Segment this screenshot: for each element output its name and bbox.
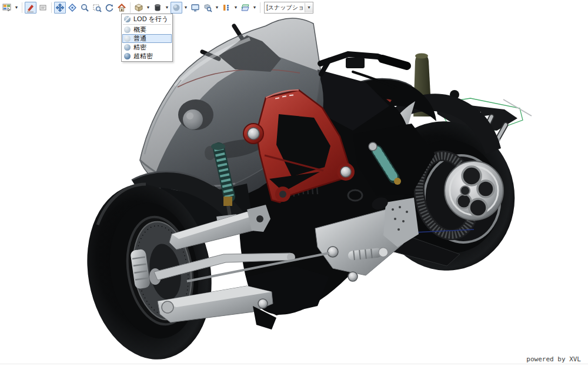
lod-menu-item-label: 普通 (133, 34, 146, 43)
window-bottom-edge (0, 364, 588, 366)
lod-menu-item-label: 超精密 (133, 52, 153, 61)
display-mode-cube-button[interactable] (133, 2, 145, 14)
lod-menu-item-extra-fine[interactable]: 超精密 (122, 52, 172, 61)
sphere-icon (124, 53, 131, 59)
toolbar-separator (130, 2, 131, 13)
rotate-view-button[interactable] (66, 2, 78, 14)
cross-section-cylinder-button[interactable] (152, 2, 163, 14)
display-mode-dropdown[interactable]: ▼ (145, 2, 151, 14)
marker-pen-button[interactable] (25, 2, 36, 14)
snapshot-combobox-value: [スナップショット] (265, 4, 305, 12)
lod-sphere-button[interactable] (171, 2, 182, 14)
home-view-button[interactable] (116, 2, 128, 14)
lod-menu-item-label: 精密 (133, 43, 146, 52)
scene-window-dropdown[interactable]: ▼ (252, 2, 258, 14)
measure-dropdown[interactable]: ▼ (233, 2, 239, 14)
snapshot-combobox-arrow[interactable]: ▼ (305, 3, 313, 12)
zoom-window-button[interactable] (91, 2, 103, 14)
part-search-dropdown[interactable]: ▼ (214, 2, 220, 14)
snapshot-combobox[interactable]: [スナップショット] ▼ (264, 2, 313, 14)
scene-display-button[interactable] (1, 2, 13, 14)
lod-menu-item-rough[interactable]: 概要 (122, 25, 172, 34)
lod-menu-item-label: 概要 (133, 25, 146, 34)
lod-dropdown[interactable]: ▼ (183, 2, 189, 14)
toolbar-separator (22, 2, 22, 13)
part-search-button[interactable] (202, 2, 213, 14)
zoom-button[interactable] (79, 2, 91, 14)
cross-section-dropdown[interactable]: ▼ (164, 2, 170, 14)
note-button[interactable] (37, 2, 49, 14)
spin-orbit-button[interactable] (103, 2, 115, 14)
sphere-icon (124, 35, 131, 42)
main-toolbar: ▼ ▼ ▼ ▼ ▼ ▼ ▼ (1, 1, 313, 14)
lod-menu-item-normal[interactable]: 普通 (122, 34, 172, 43)
sphere-icon (124, 44, 131, 51)
toolbar-separator (51, 2, 52, 13)
menu-separator (123, 24, 171, 25)
scene-display-dropdown[interactable]: ▼ (14, 2, 19, 14)
powered-by-label: powered by XVL (526, 355, 581, 363)
lod-menu-item-label: LOD を行う (133, 15, 168, 24)
lod-menu: LOD を行う 概要 普通 精密 超精密 (121, 14, 173, 62)
3d-viewport[interactable] (0, 0, 588, 366)
measure-button[interactable] (220, 2, 232, 14)
toolbar-separator (260, 2, 260, 13)
sphere-icon (124, 26, 131, 33)
lod-run-sphere-icon (124, 16, 131, 22)
lod-menu-item-fine[interactable]: 精密 (122, 43, 172, 52)
pan-button[interactable] (54, 2, 66, 14)
full-screen-monitor-button[interactable] (189, 2, 201, 14)
lod-menu-item-run[interactable]: LOD を行う (122, 15, 172, 24)
scene-window-button[interactable] (239, 2, 251, 14)
